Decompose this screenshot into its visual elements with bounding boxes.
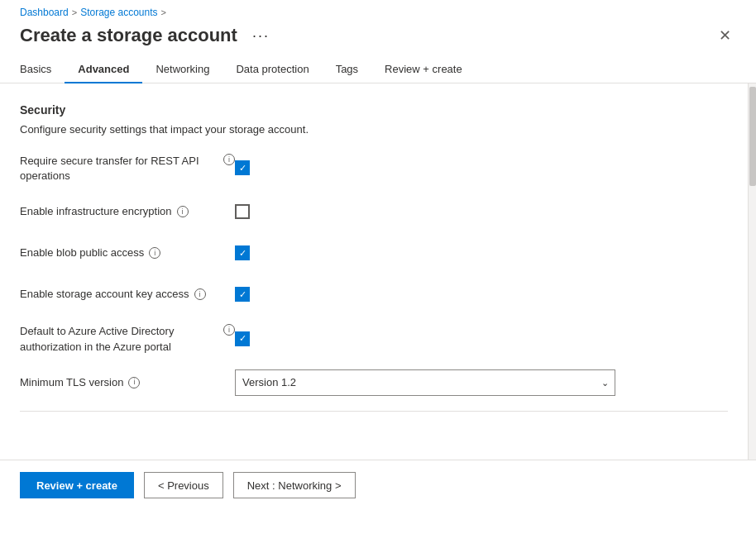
close-icon: ✕ [719, 27, 731, 44]
field-tls-version: Minimum TLS version i Version 1.0 Versio… [20, 369, 728, 396]
tab-networking[interactable]: Networking [142, 56, 222, 83]
tab-basics[interactable]: Basics [20, 56, 65, 83]
checkbox-label-secure-transfer[interactable]: ✓ [235, 160, 250, 175]
scrollbar-thumb[interactable] [749, 87, 756, 186]
breadcrumb-dashboard[interactable]: Dashboard [20, 7, 69, 18]
info-icon-secure-transfer[interactable]: i [223, 154, 235, 165]
field-require-secure-transfer: Require secure transfer for REST API ope… [20, 152, 728, 183]
checkbox-box-infrastructure-encryption[interactable] [235, 204, 250, 219]
checkbox-infrastructure-encryption[interactable] [235, 204, 250, 219]
check-icon-storage-account-key-access: ✓ [239, 290, 246, 299]
section-description: Configure security settings that impact … [20, 123, 728, 136]
field-label-require-secure-transfer: Require secure transfer for REST API ope… [20, 152, 235, 183]
info-icon-tls-version[interactable]: i [128, 377, 140, 388]
checkbox-box-storage-account-key-access[interactable]: ✓ [235, 287, 250, 302]
checkbox-box-secure-transfer[interactable]: ✓ [235, 160, 250, 175]
field-label-tls-version: Minimum TLS version i [20, 375, 235, 390]
field-azure-ad-authorization: Default to Azure Active Directory author… [20, 322, 728, 354]
footer: Review + create < Previous Next : Networ… [0, 460, 756, 510]
tab-advanced[interactable]: Advanced [65, 56, 142, 83]
checkbox-require-secure-transfer[interactable]: ✓ [235, 160, 250, 175]
ellipsis-button[interactable]: ··· [247, 26, 275, 46]
checkbox-label-azure-ad-authorization[interactable]: ✓ [235, 331, 250, 346]
field-label-blob-public-access: Enable blob public access i [20, 245, 235, 260]
checkbox-box-blob-public-access[interactable]: ✓ [235, 245, 250, 260]
tab-data-protection[interactable]: Data protection [222, 56, 322, 83]
next-button[interactable]: Next : Networking > [233, 472, 356, 498]
field-label-azure-ad-authorization: Default to Azure Active Directory author… [20, 322, 235, 354]
info-icon-blob-public-access[interactable]: i [149, 247, 160, 259]
checkbox-label-infrastructure-encryption[interactable] [235, 204, 250, 219]
field-label-storage-account-key-access: Enable storage account key access i [20, 287, 235, 302]
checkbox-blob-public-access[interactable]: ✓ [235, 245, 250, 260]
content-area: Security Configure security settings tha… [0, 83, 756, 460]
info-icon-infrastructure-encryption[interactable]: i [177, 206, 189, 217]
section-title: Security [20, 103, 728, 117]
info-icon-storage-account-key-access[interactable]: i [194, 288, 206, 300]
field-label-infrastructure-encryption: Enable infrastructure encryption i [20, 204, 235, 219]
checkbox-label-blob-public-access[interactable]: ✓ [235, 245, 250, 260]
page-header: Create a storage account ··· ✕ [0, 21, 756, 56]
breadcrumb-sep2: > [161, 7, 166, 17]
page-title: Create a storage account [20, 25, 237, 46]
tls-version-select[interactable]: Version 1.0 Version 1.1 Version 1.2 ⌄ [235, 369, 615, 396]
checkbox-storage-account-key-access[interactable]: ✓ [235, 287, 250, 302]
tls-version-select-container[interactable]: Version 1.0 Version 1.1 Version 1.2 ⌄ [235, 369, 615, 396]
field-infrastructure-encryption: Enable infrastructure encryption i [20, 198, 728, 225]
review-create-button[interactable]: Review + create [20, 472, 134, 498]
field-storage-account-key-access: Enable storage account key access i ✓ [20, 281, 728, 307]
checkbox-box-azure-ad-authorization[interactable]: ✓ [235, 331, 250, 346]
check-icon-secure-transfer: ✓ [239, 164, 246, 173]
field-blob-public-access: Enable blob public access i ✓ [20, 240, 728, 266]
check-icon-blob-public-access: ✓ [239, 249, 246, 258]
checkbox-label-storage-account-key-access[interactable]: ✓ [235, 287, 250, 302]
tab-bar: Basics Advanced Networking Data protecti… [0, 56, 756, 83]
close-button[interactable]: ✕ [714, 26, 736, 45]
check-icon-azure-ad-authorization: ✓ [239, 334, 246, 343]
info-icon-azure-ad-authorization[interactable]: i [223, 324, 235, 336]
checkbox-azure-ad-authorization[interactable]: ✓ [235, 331, 250, 346]
tab-review-create[interactable]: Review + create [371, 56, 476, 83]
tls-version-dropdown[interactable]: Version 1.0 Version 1.1 Version 1.2 [235, 369, 615, 396]
breadcrumb-storage-accounts[interactable]: Storage accounts [80, 7, 157, 18]
section-divider [20, 411, 728, 412]
main-content: Security Configure security settings tha… [0, 83, 748, 460]
breadcrumb-sep1: > [72, 7, 77, 17]
previous-button[interactable]: < Previous [144, 472, 223, 498]
scrollbar-track[interactable] [748, 83, 756, 460]
tab-tags[interactable]: Tags [323, 56, 371, 83]
breadcrumb: Dashboard > Storage accounts > [0, 0, 756, 21]
